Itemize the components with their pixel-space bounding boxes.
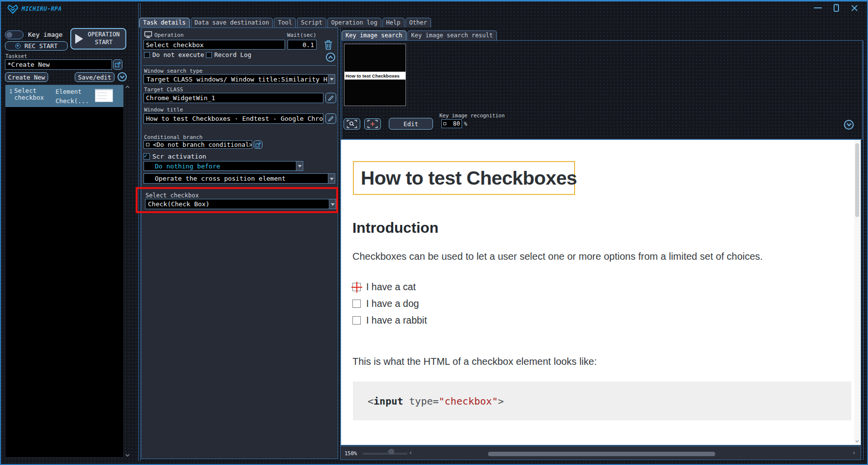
- wait-input[interactable]: 0.1: [288, 40, 317, 50]
- scr-activation-option[interactable]: Scr activation: [144, 153, 206, 160]
- window-title-edit-button[interactable]: [325, 113, 336, 124]
- scrollbar-thumb[interactable]: [855, 143, 859, 217]
- horizontal-scrollbar-thumb[interactable]: [488, 452, 715, 456]
- dropdown-arrow-icon[interactable]: [328, 174, 335, 183]
- conditional-branch-label: Conditional branch: [144, 134, 203, 140]
- scroll-down-icon[interactable]: [125, 454, 130, 457]
- before-action-select[interactable]: Do nothing before: [144, 161, 303, 171]
- cat-checkbox-label: I have a cat: [366, 281, 416, 293]
- conditional-branch-open-button[interactable]: [254, 140, 262, 149]
- key-image-caption: How to test Checkboxes: [345, 72, 405, 80]
- close-button[interactable]: [851, 4, 858, 12]
- operation-start-button[interactable]: OPERATION START: [70, 28, 126, 50]
- chevron-down-icon: [846, 123, 852, 127]
- tab-operation-log[interactable]: Operation log: [327, 18, 381, 27]
- tab-task-details[interactable]: Task details: [139, 18, 190, 27]
- monitor-icon: [144, 31, 152, 38]
- collapse-section-button[interactable]: [326, 53, 335, 62]
- tab-other[interactable]: Other: [405, 18, 431, 27]
- window-controls: [814, 4, 858, 12]
- do-not-execute-option[interactable]: Do not execute: [144, 51, 204, 58]
- taskset-open-button[interactable]: [113, 59, 122, 70]
- scr-activation-checkbox[interactable]: [144, 153, 150, 160]
- task-index: 1: [9, 89, 12, 94]
- task-details-panel: Operation Wait(sec) Select checkbox 0.1 …: [141, 27, 338, 459]
- minimize-button[interactable]: [814, 7, 822, 8]
- dropdown-arrow-icon[interactable]: [329, 199, 336, 209]
- scroll-left-icon[interactable]: ‹: [409, 449, 412, 456]
- recognition-input[interactable]: 80: [441, 119, 462, 128]
- rabbit-checkbox[interactable]: [352, 316, 361, 325]
- capture-add-button[interactable]: [364, 118, 381, 130]
- scroll-up-icon[interactable]: [125, 85, 130, 88]
- tab-data-save-destination[interactable]: Data save destination: [191, 18, 273, 27]
- page-title: How to test Checkboxes: [354, 167, 577, 189]
- create-new-button[interactable]: Create New: [5, 72, 48, 82]
- maximize-button[interactable]: [834, 4, 839, 12]
- chevron-up-icon: [328, 55, 333, 59]
- wait-label: Wait(sec): [287, 32, 317, 38]
- rec-start-button[interactable]: REC START: [5, 41, 68, 51]
- edit-key-image-button[interactable]: Edit: [389, 118, 433, 130]
- target-class-edit-button[interactable]: [325, 93, 336, 103]
- check-action-select[interactable]: Check(Check Box): [145, 199, 336, 209]
- dog-checkbox-label: I have a dog: [366, 298, 419, 309]
- page-section-heading: Introduction: [352, 219, 438, 236]
- do-not-execute-checkbox[interactable]: [144, 52, 150, 58]
- scroll-right-icon[interactable]: ›: [853, 449, 855, 456]
- task-list-row[interactable]: 1 Select checkbox Element Check(...: [5, 85, 123, 107]
- record-log-option[interactable]: Record Log: [206, 51, 251, 58]
- app-title: MICHIRU-RPA: [22, 5, 62, 12]
- logo-icon: [7, 3, 19, 14]
- task-type: Element Check(...: [56, 87, 93, 106]
- delete-task-button[interactable]: [323, 39, 334, 51]
- dropdown-arrow-icon[interactable]: [328, 75, 335, 83]
- tab-key-image-search[interactable]: Key image search: [342, 30, 406, 40]
- expand-key-panel-button[interactable]: [844, 120, 854, 130]
- record-log-checkbox[interactable]: [206, 52, 212, 58]
- scroll-down-button[interactable]: [854, 438, 860, 444]
- zoom-level: 150%: [345, 450, 357, 456]
- taskset-expand-button[interactable]: [117, 72, 127, 82]
- taskset-input[interactable]: *Create New: [5, 59, 112, 70]
- dropdown-arrow-icon[interactable]: [296, 162, 303, 170]
- tab-script[interactable]: Script: [297, 18, 326, 27]
- chevron-down-icon: [855, 440, 859, 442]
- code-snippet: <input type="checkbox">: [368, 395, 504, 407]
- task-list-scrollbar[interactable]: [125, 84, 130, 458]
- open-external-icon: [255, 142, 261, 148]
- capture-add-icon: [367, 120, 378, 128]
- element-operation-select[interactable]: Operate the cross position element: [144, 173, 335, 184]
- target-class-input[interactable]: Chrome_WidgetWin_1: [144, 93, 323, 103]
- operation-label: Operation: [154, 32, 184, 38]
- save-edit-button[interactable]: Save/edit: [75, 72, 115, 82]
- task-list[interactable]: 1 Select checkbox Element Check(...: [5, 84, 124, 458]
- page-vertical-scrollbar[interactable]: [854, 140, 860, 444]
- key-image-thumbnail[interactable]: How to test Checkboxes: [344, 44, 406, 106]
- operation-input[interactable]: Select checkbox: [144, 40, 285, 50]
- key-image-toggle[interactable]: [5, 30, 24, 39]
- recognition-label: Key image recognition: [439, 112, 505, 118]
- select-checkbox-highlight: Select checkbox Check(Check Box): [136, 187, 338, 213]
- preview-status-bar: 150% ‹ ›: [340, 446, 861, 460]
- browser-page-preview: How to test Checkboxes Introduction Chec…: [341, 139, 861, 445]
- tab-tool[interactable]: Tool: [274, 18, 296, 27]
- pencil-icon: [327, 95, 334, 102]
- capture-search-button[interactable]: [344, 118, 360, 130]
- trash-icon: [323, 39, 334, 51]
- conditional-branch-input[interactable]: <Do not branch conditional>: [144, 140, 252, 149]
- task-action: Check(...: [56, 97, 89, 105]
- cat-checkbox[interactable]: [352, 283, 361, 291]
- bullet-square-icon: [146, 143, 149, 146]
- taskset-label: Taskset: [5, 53, 27, 59]
- dog-checkbox[interactable]: [352, 300, 361, 308]
- window-title-input[interactable]: How to test Checkboxes · Endtest - Googl…: [144, 113, 323, 124]
- task-tab-bar: Task details Data save destination Tool …: [139, 17, 431, 27]
- zoom-slider-track[interactable]: [362, 453, 407, 455]
- code-block: <input type="checkbox">: [353, 382, 851, 420]
- window-search-type-select[interactable]: Target CLASS windows/ Window title:Simil…: [144, 74, 335, 84]
- tab-key-image-search-result[interactable]: Key image search result: [407, 30, 497, 40]
- app-logo: MICHIRU-RPA: [7, 3, 62, 14]
- target-class-label: Target CLASS: [144, 86, 183, 93]
- tab-help[interactable]: Help: [382, 18, 405, 27]
